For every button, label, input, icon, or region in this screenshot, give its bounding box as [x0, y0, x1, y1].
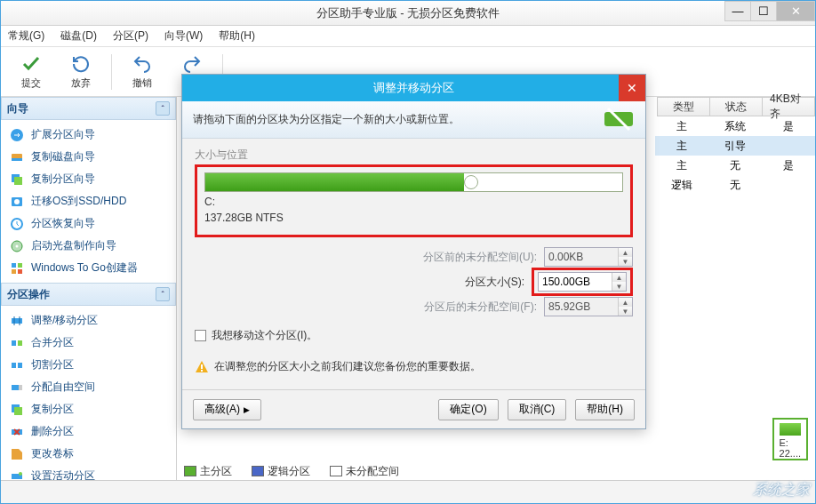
titlebar: 分区助手专业版 - 无损分区免费软件 — ☐ ✕ — [1, 1, 815, 26]
group-label: 大小与位置 — [195, 148, 633, 163]
partition-icon — [603, 107, 635, 132]
sidebar-item-allocate[interactable]: 分配自由空间 — [1, 376, 176, 398]
menu-disk[interactable]: 磁盘(D) — [60, 28, 97, 44]
sidebar-item-wintogo[interactable]: Windows To Go创建器 — [1, 257, 176, 279]
sidebar-item-split[interactable]: 切割分区 — [1, 354, 176, 376]
col-type[interactable]: 类型 — [657, 97, 710, 116]
svg-rect-11 — [18, 263, 22, 268]
dialog-footer: 高级(A)▶ 确定(O) 取消(C) 帮助(H) — [182, 389, 645, 428]
panel-wizard-head[interactable]: 向导 ˆ — [1, 97, 176, 120]
resize-icon — [10, 314, 24, 328]
col-state[interactable]: 状态 — [709, 97, 763, 116]
panel-ops-head[interactable]: 分区操作 ˆ — [1, 283, 176, 306]
col-align[interactable]: 4KB对齐 — [762, 97, 815, 116]
spin-size[interactable]: ▲▼ — [538, 272, 627, 292]
tool-discard[interactable]: 放弃 — [58, 52, 104, 92]
sidebar-item-migrate[interactable]: 迁移OS到SSD/HDD — [1, 190, 176, 212]
sidebar-item-active[interactable]: 设置活动分区 — [1, 465, 176, 480]
disk-box[interactable]: E: 22.... — [772, 418, 808, 460]
panel-wizard-body: 扩展分区向导 复制磁盘向导 复制分区向导 迁移OS到SSD/HDD 分区恢复向导… — [1, 120, 176, 283]
refresh-icon — [70, 53, 92, 75]
sidebar-item-extend[interactable]: 扩展分区向导 — [1, 124, 176, 146]
table-row[interactable]: 主引导 — [655, 136, 815, 156]
slider-handle[interactable] — [464, 175, 478, 189]
chevron-up-icon[interactable]: ˆ — [156, 287, 170, 301]
disc-icon — [10, 239, 24, 253]
close-button[interactable]: ✕ — [776, 1, 815, 21]
menu-partition[interactable]: 分区(P) — [113, 28, 148, 44]
copy-icon — [10, 403, 24, 417]
svg-rect-26 — [201, 364, 203, 369]
menu-help[interactable]: 帮助(H) — [219, 28, 255, 44]
redo-icon — [181, 53, 203, 75]
chevron-up-icon[interactable]: ˆ — [156, 101, 170, 116]
ok-button[interactable]: 确定(O) — [438, 399, 498, 420]
table-row[interactable]: 主系统是 — [655, 116, 815, 136]
split-icon — [10, 358, 24, 372]
sidebar-item-merge[interactable]: 合并分区 — [1, 332, 176, 354]
spin-up-icon: ▲ — [619, 248, 632, 257]
svg-rect-13 — [18, 269, 22, 274]
windows-icon — [10, 261, 24, 276]
svg-rect-27 — [201, 370, 203, 372]
merge-icon — [10, 336, 24, 350]
spin-down-icon[interactable]: ▼ — [612, 282, 626, 291]
table-row[interactable]: 主无是 — [655, 156, 815, 175]
menu-wizard[interactable]: 向导(W) — [164, 28, 203, 44]
warning-row: 在调整您的分区大小之前我们建议您备份您的重要数据。 — [195, 359, 633, 374]
advanced-button[interactable]: 高级(A)▶ — [193, 399, 261, 420]
ssd-icon — [10, 195, 24, 209]
dialog-header: 请拖动下面的分区块为分区指定一个新的大小或新位置。 — [182, 101, 645, 139]
dialog-titlebar[interactable]: 调整并移动分区 ✕ — [182, 75, 645, 101]
sidebar-item-recover[interactable]: 分区恢复向导 — [1, 212, 176, 235]
sidebar-item-copydisk[interactable]: 复制磁盘向导 — [1, 146, 176, 168]
panel-ops-body: 调整/移动分区 合并分区 切割分区 分配自由空间 复制分区 删除分区 更改卷标 … — [1, 306, 176, 480]
legend-unalloc: 未分配空间 — [330, 464, 399, 479]
spin-up-icon[interactable]: ▲ — [612, 273, 626, 282]
maximize-button[interactable]: ☐ — [750, 1, 777, 21]
svg-rect-2 — [12, 158, 22, 161]
sidebar: 向导 ˆ 扩展分区向导 复制磁盘向导 复制分区向导 迁移OS到SSD/HDD 分… — [1, 97, 177, 480]
partition-info: 137.28GB NTFS — [204, 212, 623, 224]
grid-body: 主系统是 主引导 主无是 逻辑无 — [655, 116, 815, 195]
sidebar-item-bootdisc[interactable]: 启动光盘制作向导 — [1, 235, 176, 257]
svg-rect-12 — [12, 269, 16, 274]
menu-general[interactable]: 常规(G) — [8, 28, 44, 44]
form-rows: 分区前的未分配空间(U): ▲▼ 分区大小(S): ▲▼ 分区后的未分配空间(F… — [195, 244, 633, 319]
check-icon — [20, 53, 42, 75]
svg-point-9 — [16, 244, 19, 247]
svg-point-24 — [19, 472, 22, 476]
legend: 主分区 逻辑分区 未分配空间 — [184, 462, 808, 480]
input-size[interactable] — [539, 273, 612, 291]
sidebar-item-resize[interactable]: 调整/移动分区 — [1, 309, 176, 332]
checkbox-move[interactable]: 我想移动这个分区(I)。 — [195, 328, 633, 343]
spin-before: ▲▼ — [544, 247, 633, 267]
cancel-button[interactable]: 取消(C) — [508, 399, 567, 420]
svg-rect-10 — [12, 263, 16, 268]
svg-rect-18 — [12, 385, 19, 390]
svg-rect-15 — [12, 340, 16, 346]
svg-rect-16 — [18, 340, 22, 346]
disk-strip: E: 22.... — [772, 418, 808, 460]
tool-commit[interactable]: 提交 — [8, 52, 54, 92]
sidebar-item-copy[interactable]: 复制分区 — [1, 398, 176, 420]
row-size: 分区大小(S): ▲▼ — [195, 269, 633, 294]
sidebar-item-delete[interactable]: 删除分区 — [1, 420, 176, 443]
tool-undo[interactable]: 撤销 — [119, 52, 165, 92]
dialog-title: 调整并移动分区 — [373, 80, 454, 96]
partition-slider[interactable] — [204, 172, 623, 192]
svg-point-6 — [14, 199, 20, 204]
minimize-button[interactable]: — — [724, 1, 751, 21]
table-row[interactable]: 逻辑无 — [655, 175, 815, 195]
help-button[interactable]: 帮助(H) — [575, 399, 635, 420]
grid-header: 类型 状态 4KB对齐 — [658, 97, 815, 116]
checkbox-icon[interactable] — [195, 330, 206, 341]
sidebar-item-copypart[interactable]: 复制分区向导 — [1, 168, 176, 190]
dialog-instruction: 请拖动下面的分区块为分区指定一个新的大小或新位置。 — [193, 112, 460, 127]
dialog-close-button[interactable]: ✕ — [619, 75, 645, 101]
svg-rect-19 — [19, 385, 22, 390]
svg-rect-4 — [14, 177, 22, 185]
row-before: 分区前的未分配空间(U): ▲▼ — [195, 244, 633, 269]
sidebar-item-label[interactable]: 更改卷标 — [1, 443, 176, 465]
undo-icon — [132, 53, 153, 75]
